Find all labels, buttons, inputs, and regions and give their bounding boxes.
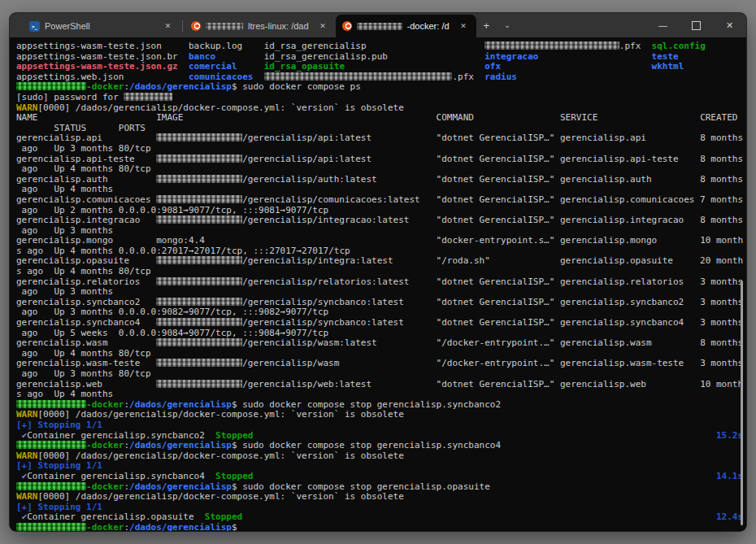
spacing [86,123,119,133]
tab-close-icon[interactable]: ✕ [317,20,329,33]
terminal-text: gerencialisp.wasm-teste [16,358,140,368]
terminal-text: .pfx [619,41,641,51]
terminal-text: 15.2s [716,430,743,441]
terminal-text: sql.config [652,41,706,51]
spacing [404,297,437,307]
scrollbar-thumb[interactable] [741,281,743,525]
tab-dropdown-button[interactable]: ⌄ [497,13,518,37]
terminal-text: -docker [86,81,124,92]
terminal-text: gerencialisp.opasuite [560,255,673,266]
spacing [652,337,701,348]
tab-separator [182,20,183,32]
tab-powershell[interactable]: >_ PowerShell ✕ [23,15,180,37]
spacing [108,337,157,348]
spacing [162,41,189,51]
terminal-text: gerencialisp.web [560,379,646,390]
terminal-text: gerencialisp.syncbanco4 [16,317,140,328]
tab-ubuntu-docker[interactable]: -docker: /d ✕ [336,15,476,37]
terminal-text: .pfx [452,72,474,82]
terminal-text: $ [232,481,242,492]
spacing [684,297,700,307]
censored-text [156,318,242,326]
terminal-text: $ [232,522,237,531]
terminal-text: backup.log [189,41,242,51]
terminal-text: radius [484,72,517,82]
censored-text [156,256,242,264]
spacing [113,205,119,215]
terminal-text: "docker-entrypoint.s…" [437,235,555,246]
terminal-text: [+] Stopping 1/1 [16,502,102,512]
tab-close-icon[interactable]: ✕ [458,20,470,33]
terminal-text: gerencialisp.api [16,133,102,143]
spacing [554,154,560,164]
spacing [474,112,560,123]
terminal-text: gerencialisp.syncbanco4 [560,317,684,328]
terminal-text: 10 month [700,235,743,246]
spacing [538,51,651,62]
spacing [554,133,560,143]
terminal-content[interactable]: appsettings-wasm-teste.json backup.log i… [10,37,746,531]
tab-ubuntu-ltres[interactable]: ltres-linux: /dad ✕ [185,15,336,37]
terminal-text: /gerencialisp/comunicacoes:latest [242,194,420,205]
terminal-text: "dotnet GerencialISP…" [437,379,555,390]
spacing [253,72,263,82]
terminal-line: -docker:/dados/gerencialisp$ [16,523,746,531]
terminal-line: gerencialisp.auth /gerencialisp/auth:lat… [16,175,746,185]
terminal-text: Container gerencialisp.syncbanco4 [27,471,205,481]
terminal-text: 8 months [700,337,743,348]
terminal-text: sudo docker compose stop gerencialisp.sy… [242,440,501,450]
terminal-text: -docker [86,440,124,450]
terminal-text: sudo docker compose stop gerencialisp.sy… [242,399,501,410]
spacing [102,133,156,143]
spacing [178,61,189,72]
terminal-text: PORTS [119,123,146,133]
terminal-text: gerencialisp.opasuite [16,255,129,266]
terminal-text: /gerencialisp/wasm:latest [242,337,377,348]
ubuntu-icon [191,21,201,31]
terminal-line: WARN[0000] /dados/gerencialisp/docker-co… [16,492,746,503]
terminal-text: gerencialisp.wasm [16,337,108,348]
terminal-text: 12.4s [716,511,743,522]
terminal-text: WARN [16,450,38,461]
terminal-text: Up 3 months [54,286,113,297]
terminal-text: 3 months [700,317,743,328]
spacing [135,154,157,164]
new-tab-button[interactable]: + [476,13,497,37]
window-controls: — ✕ [646,13,746,37]
terminal-text: Up 3 months [54,307,113,317]
spacing [113,266,119,276]
terminal-text: $ [232,440,242,450]
terminal-text: 0.0.0.0:27017→27017/tcp, :::27017→27017/… [119,246,350,256]
spacing [409,215,436,225]
spacing [420,194,437,205]
tab-bar: >_ PowerShell ✕ ltres-linux: /dad ✕ -doc… [10,13,518,37]
spacing [554,337,560,348]
minimize-button[interactable]: — [646,13,680,37]
terminal-text: Up 4 months [54,163,113,174]
terminal-text: IMAGE [156,112,183,123]
terminal-text: NAME [16,112,38,123]
terminal-text: gerencialisp.api-teste [16,154,135,164]
spacing [237,61,264,72]
terminal-text: gerencialisp.auth [560,174,652,185]
spacing [38,143,54,154]
terminal-text: ago [16,143,38,154]
terminal-text: sudo docker compose ps [242,81,361,92]
spacing [38,328,54,338]
spacing [673,255,700,266]
terminal-text: Up 4 months [54,389,113,399]
terminal-text: Up 3 months [54,368,113,379]
terminal-text: Up 4 months [54,348,113,359]
tab-close-icon[interactable]: ✕ [162,20,174,33]
terminal-text: COMMAND [437,112,474,123]
terminal-text: 0.0.0.0:9084→9077/tcp, :::9084→9077/tcp [119,328,328,338]
spacing [253,471,716,481]
terminal-text: 80/tcp [119,266,151,276]
terminal-output: appsettings-wasm-teste.json backup.log i… [16,41,746,531]
close-button[interactable]: ✕ [713,13,746,37]
spacing [113,368,119,379]
terminal-text: /gerencialisp/auth:latest [242,174,377,185]
spacing [377,337,437,348]
terminal-text: -docker [86,481,124,492]
maximize-button[interactable] [680,13,713,37]
